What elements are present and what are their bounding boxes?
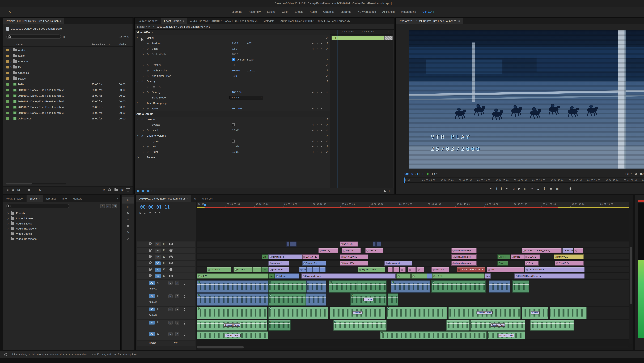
property-value[interactable]: 0.0 dB	[232, 145, 240, 148]
next-keyframe-icon[interactable]: ▶	[321, 140, 322, 142]
audio-clip[interactable]	[550, 307, 587, 319]
video-clip-vignette-psd[interactable]: fxvignette.psd	[384, 261, 412, 266]
zoom-slider[interactable]	[23, 190, 36, 190]
workspace-tab-ks-workspace[interactable]: KS Workspace	[355, 9, 378, 14]
video-clip-cre[interactable]: Cre	[262, 254, 268, 259]
step-forward-button[interactable]: ▷	[524, 187, 527, 190]
add-keyframe-icon[interactable]: ○	[316, 42, 318, 44]
prev-keyframe-icon[interactable]: ◀	[312, 129, 313, 131]
voiceover-record-icon[interactable]	[184, 322, 185, 324]
home-icon[interactable]: ⌂	[8, 10, 11, 14]
ec-row-rotation[interactable]: ❯⊙Rotation0.0↺	[134, 62, 330, 68]
ec-row-volume[interactable]: ˅fxVolume↺	[134, 117, 330, 122]
settings-button[interactable]: ⚙	[569, 187, 572, 190]
step-back-button[interactable]: ◁	[512, 187, 514, 190]
audio-clip[interactable]: Constant Power	[488, 331, 525, 340]
video-clip-dar19-fees-video-6-2[interactable]: fxDAR19_FEES_video_6_2	[457, 267, 486, 272]
ripple-edit-tool[interactable]: ↹	[122, 210, 134, 216]
stopwatch-icon[interactable]: ⊙	[146, 91, 149, 94]
mark-out-button[interactable]: }	[501, 187, 502, 190]
prev-keyframe-icon[interactable]: ◀	[312, 107, 313, 110]
audio-clip[interactable]: fx	[197, 280, 268, 293]
reset-effect-icon[interactable]: ↺	[326, 80, 328, 83]
twirl-icon[interactable]: ❯	[142, 53, 144, 55]
workspace-tab-learning[interactable]: Learning	[229, 9, 245, 14]
video-clip[interactable]	[313, 267, 319, 272]
audio-clip[interactable]: Constant	[330, 307, 385, 319]
video-clip-cro[interactable]: Cro	[268, 273, 275, 279]
mark-in-button[interactable]: {	[496, 187, 497, 190]
sync-lock-icon[interactable]: ◫	[163, 242, 166, 245]
video-clip-d13913-du[interactable]: fxD13913 Du	[555, 261, 584, 266]
track-lane-a2[interactable]: fxfxfxConstant	[197, 293, 629, 306]
track-target-a5[interactable]: A5	[149, 332, 155, 336]
video-clip-dar19[interactable]: fxDAR19_	[318, 248, 338, 253]
mute-button[interactable]: M	[168, 308, 172, 311]
project-item-dubawi-conf[interactable]: ❯Dubawi conf25.00 fps00:00	[3, 116, 132, 121]
lift-button[interactable]: ↥	[537, 187, 539, 190]
stopwatch-icon[interactable]: ⊙	[146, 150, 149, 153]
prev-keyframe-icon[interactable]: ◀	[312, 124, 313, 126]
ec-row-scale[interactable]: ❯⊙Scale73.1◀○▶↺	[134, 46, 330, 51]
32bit-color-badge[interactable]: 32	[106, 204, 111, 208]
project-item-audio[interactable]: ❯Audio	[3, 47, 132, 53]
expand-chevron-icon[interactable]: ❯	[10, 49, 12, 51]
timeline-timecode[interactable]: 00:00:01:11	[140, 204, 170, 210]
audio-transition[interactable]: Constant	[363, 298, 374, 301]
add-keyframe-icon[interactable]: ○	[316, 145, 318, 147]
track-lane-v4[interactable]: Crefxvignette.psdfxDAR19_FEfxNOT fill/DA…	[197, 254, 629, 260]
sync-lock-icon[interactable]: ◫	[163, 249, 166, 252]
pen-tool[interactable]: ✎	[122, 229, 134, 236]
track-target-v3[interactable]: V3	[155, 261, 161, 265]
add-keyframe-icon[interactable]: ○	[316, 48, 318, 50]
project-item-20191021-darley-euro-fees-launch-v4[interactable]: ❯20191021-Darley-Euro-Fees-Launch-v425.0…	[3, 104, 132, 110]
tab-markers[interactable]: Markers	[70, 195, 85, 202]
next-keyframe-icon[interactable]: ▶	[321, 129, 322, 131]
accelerated-effects-badge[interactable]: ϟ	[100, 204, 105, 208]
search-bin-icon[interactable]: ▥	[63, 35, 66, 38]
tab-effect-controls[interactable]: Effect Controls≡	[161, 18, 187, 24]
project-item-2020[interactable]: ❯202025.00 fps00:00	[3, 81, 132, 87]
next-keyframe-icon[interactable]: ▶	[321, 42, 322, 44]
audio-clip[interactable]	[388, 293, 398, 306]
playback-resolution-select[interactable]: Full˅	[625, 172, 632, 175]
video-clip-dar19-fe[interactable]: fxDAR19_FE	[302, 254, 319, 259]
expand-chevron-icon[interactable]: ❯	[7, 222, 9, 225]
ec-row-anti-flicker-filter[interactable]: ❯⊙Anti-flicker Filter0.00↺	[134, 73, 330, 79]
project-item-races[interactable]: ❯Races	[3, 76, 132, 81]
twirl-icon[interactable]: ❯	[142, 48, 144, 50]
hand-tool[interactable]: ☞	[122, 235, 134, 242]
column-media[interactable]: Media	[119, 43, 126, 46]
voiceover-record-icon[interactable]	[184, 282, 185, 284]
ec-row-shapes[interactable]: ○▭✎	[134, 84, 330, 89]
twirl-icon[interactable]: ˅	[137, 134, 138, 137]
audio-transition[interactable]: Constant Power	[476, 311, 492, 315]
tab-audio-track-mixer-20191021-darley-euro-fees-launch-v5[interactable]: Audio Track Mixer: 20191021-Darley-Euro-…	[278, 18, 353, 24]
track-lock-icon[interactable]	[149, 269, 151, 271]
expand-chevron-icon[interactable]: ❯	[7, 212, 9, 214]
video-clip-gradient-2[interactable]: fxgradient 2	[268, 261, 289, 266]
workspace-tab-libraries[interactable]: Libraries	[338, 9, 354, 14]
project-item-20191021-darley-euro-fees-launch-v2[interactable]: ❯20191021-Darley-Euro-Fees-Launch-v225.0…	[3, 93, 132, 99]
track-target-v6[interactable]: V6	[155, 242, 161, 246]
video-clip-vignette-psd[interactable]: fxvignette.psd	[268, 254, 302, 259]
audio-clip[interactable]: Constant Power	[197, 320, 267, 331]
mute-button[interactable]: M	[168, 321, 172, 325]
stopwatch-icon[interactable]: ⊙	[146, 47, 149, 50]
video-clip-in-dubai[interactable]: fxin Dubai	[234, 267, 252, 272]
ec-row-level[interactable]: ❯⊙Level6.0 dB◀○▶↺	[134, 127, 330, 133]
video-clip-color-matte-blue[interactable]: fxColor Matte blue	[301, 273, 396, 279]
program-video-viewport[interactable]: VTR PLAY 25/03/2000	[409, 30, 644, 169]
track-target-a1[interactable]: A1	[149, 281, 155, 285]
timeline-settings-icon[interactable]: ⚙	[159, 211, 161, 214]
track-output-toggle[interactable]	[169, 256, 173, 258]
expand-chevron-icon[interactable]: ❯	[7, 217, 9, 220]
audio-clip[interactable]: fx	[329, 280, 358, 293]
sync-lock-icon[interactable]: ◫	[163, 274, 166, 277]
sort-ascending-icon[interactable]: ∧	[108, 43, 110, 46]
property-value[interactable]: 73.1	[232, 47, 237, 50]
prev-keyframe-icon[interactable]: ◀	[312, 91, 313, 93]
blend-mode-select[interactable]: Normal˅	[229, 96, 264, 100]
track-lane-a5[interactable]: Constant PowerfxConstant Power	[197, 331, 629, 340]
zoom-level-select[interactable]: Fit˅	[432, 172, 438, 175]
